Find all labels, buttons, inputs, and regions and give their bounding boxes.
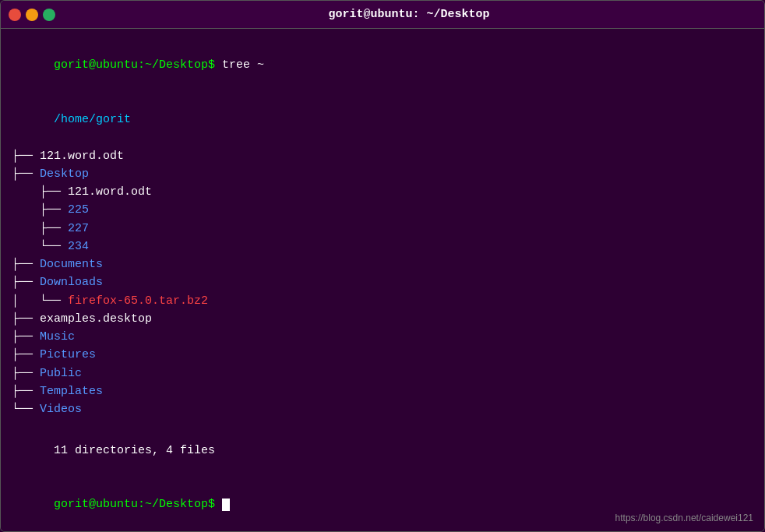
tree-line: ├── examples.desktop	[12, 310, 753, 328]
titlebar: gorit@ubuntu: ~/Desktop	[1, 1, 764, 29]
tree-line: ├── Desktop	[12, 165, 753, 183]
watermark: https://blog.csdn.net/caidewei121	[615, 513, 753, 523]
tree-line: │ └── firefox-65.0.tar.bz2	[12, 292, 753, 310]
close-button[interactable]	[9, 9, 21, 21]
prompt-user: gorit@ubuntu:~/Desktop$	[54, 58, 215, 72]
tree-line: ├── Public	[12, 365, 753, 382]
tree-line: ├── Downloads	[12, 273, 753, 291]
root-dir: /home/gorit	[12, 93, 753, 147]
tree-line: ├── 121.word.odt	[12, 147, 753, 165]
cursor	[222, 499, 230, 511]
tree-line: └── Videos	[12, 400, 753, 418]
tree-line: ├── 225	[12, 201, 753, 219]
minimize-button[interactable]	[26, 9, 38, 21]
window-controls	[9, 9, 55, 21]
tree-line: ├── 227	[12, 220, 753, 238]
summary-line: 11 directories, 4 files	[12, 423, 753, 477]
tree-line: └── 234	[12, 238, 753, 255]
prompt-line: gorit@ubuntu:~/Desktop$ tree ~	[12, 38, 753, 93]
prompt-command: tree ~	[215, 58, 264, 72]
window-title: gorit@ubuntu: ~/Desktop	[62, 8, 756, 21]
tree-line: ├── Templates	[12, 382, 753, 400]
tree-line: ├── Documents	[12, 255, 753, 273]
terminal-window: gorit@ubuntu: ~/Desktop gorit@ubuntu:~/D…	[0, 0, 765, 532]
maximize-button[interactable]	[43, 9, 55, 21]
terminal-body[interactable]: gorit@ubuntu:~/Desktop$ tree ~ /home/gor…	[1, 29, 764, 531]
tree-line: ├── Pictures	[12, 346, 753, 364]
tree-line: ├── Music	[12, 328, 753, 346]
tree-line: ├── 121.word.odt	[12, 183, 753, 201]
